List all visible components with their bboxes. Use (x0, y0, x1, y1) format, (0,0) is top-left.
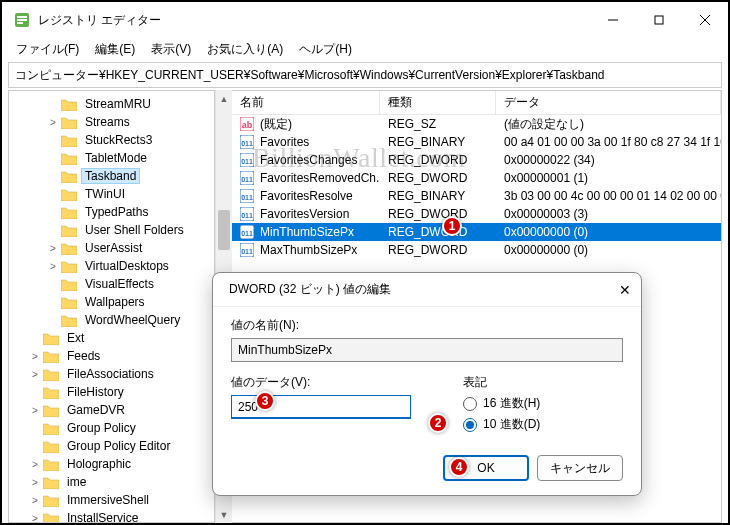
svg-rect-1 (17, 16, 27, 18)
value-row[interactable]: ab(既定)REG_SZ(値の設定なし) (232, 115, 721, 133)
dialog-titlebar: DWORD (32 ビット) 値の編集 ✕ (213, 273, 641, 307)
tree-item[interactable]: StreamMRU (9, 95, 214, 113)
radio-dec[interactable] (463, 418, 477, 432)
tree-item[interactable]: TWinUI (9, 185, 214, 203)
col-name[interactable]: 名前 (232, 90, 380, 115)
tree-item[interactable]: Ext (9, 329, 214, 347)
menu-help[interactable]: ヘルプ(H) (293, 39, 358, 60)
menu-view[interactable]: 表示(V) (145, 39, 197, 60)
dialog-title: DWORD (32 ビット) 値の編集 (229, 281, 391, 298)
tree-item[interactable]: >Feeds (9, 347, 214, 365)
radio-hex[interactable] (463, 397, 477, 411)
value-row[interactable]: 011MaxThumbSizePxREG_DWORD0x00000000 (0) (232, 241, 721, 259)
tree-item[interactable]: TabletMode (9, 149, 214, 167)
menu-file[interactable]: ファイル(F) (10, 39, 85, 60)
tree-item[interactable]: Group Policy (9, 419, 214, 437)
tree-item[interactable]: Group Policy Editor (9, 437, 214, 455)
tree-item[interactable]: >UserAssist (9, 239, 214, 257)
data-label: 値のデータ(V): (231, 374, 439, 391)
tree-item[interactable]: Taskband (9, 167, 214, 185)
tree-item[interactable]: >InstallService (9, 509, 214, 523)
close-button[interactable] (682, 2, 728, 38)
radio-hex-row[interactable]: 16 進数(H) (463, 395, 623, 412)
tree-view[interactable]: StreamMRU>StreamsStuckRects3TabletModeTa… (8, 90, 215, 523)
value-row[interactable]: 011FavoritesRemovedCh...REG_DWORD0x00000… (232, 169, 721, 187)
tree-item[interactable]: >VirtualDesktops (9, 257, 214, 275)
svg-text:011: 011 (241, 212, 253, 219)
svg-text:011: 011 (241, 140, 253, 147)
tree-item[interactable]: Wallpapers (9, 293, 214, 311)
callout-4: 4 (449, 457, 469, 477)
menubar: ファイル(F) 編集(E) 表示(V) お気に入り(A) ヘルプ(H) (2, 38, 728, 60)
tree-item[interactable]: TypedPaths (9, 203, 214, 221)
callout-2: 2 (428, 413, 448, 433)
radio-hex-label: 16 進数(H) (483, 395, 540, 412)
base-label: 表記 (463, 374, 623, 391)
col-type[interactable]: 種類 (380, 90, 496, 115)
svg-text:011: 011 (241, 230, 253, 237)
callout-1: 1 (442, 216, 462, 236)
value-row[interactable]: 011FavoritesVersionREG_DWORD0x00000003 (… (232, 205, 721, 223)
app-icon (14, 12, 30, 28)
address-bar[interactable]: コンピューター¥HKEY_CURRENT_USER¥Software¥Micro… (8, 62, 722, 88)
address-text: コンピューター¥HKEY_CURRENT_USER¥Software¥Micro… (15, 67, 605, 84)
name-label: 値の名前(N): (231, 317, 623, 334)
tree-item[interactable]: User Shell Folders (9, 221, 214, 239)
svg-text:011: 011 (241, 176, 253, 183)
column-headers: 名前 種類 データ (232, 91, 721, 115)
tree-item[interactable]: WordWheelQuery (9, 311, 214, 329)
value-row[interactable]: 011FavoritesResolveREG_BINARY3b 03 00 00… (232, 187, 721, 205)
svg-text:ab: ab (242, 120, 253, 130)
window-controls (590, 2, 728, 38)
dialog-close-button[interactable]: ✕ (619, 282, 631, 298)
svg-text:011: 011 (241, 194, 253, 201)
radio-dec-row[interactable]: 10 進数(D) (463, 416, 623, 433)
tree-item[interactable]: >Streams (9, 113, 214, 131)
tree-item[interactable]: >Holographic (9, 455, 214, 473)
svg-rect-2 (17, 19, 27, 21)
minimize-button[interactable] (590, 2, 636, 38)
col-data[interactable]: データ (496, 90, 721, 115)
menu-favorites[interactable]: お気に入り(A) (201, 39, 289, 60)
value-row[interactable]: 011FavoritesChangesREG_DWORD0x00000022 (… (232, 151, 721, 169)
edit-dword-dialog: DWORD (32 ビット) 値の編集 ✕ 値の名前(N): 値のデータ(V):… (212, 272, 642, 496)
name-input[interactable] (231, 338, 623, 362)
tree-item[interactable]: VisualEffects (9, 275, 214, 293)
scroll-down-icon[interactable]: ▼ (216, 506, 232, 523)
tree-item[interactable]: >GameDVR (9, 401, 214, 419)
maximize-button[interactable] (636, 2, 682, 38)
value-row[interactable]: 011FavoritesREG_BINARY00 a4 01 00 00 3a … (232, 133, 721, 151)
tree-item[interactable]: >FileAssociations (9, 365, 214, 383)
value-rows: ab(既定)REG_SZ(値の設定なし)011FavoritesREG_BINA… (232, 115, 721, 259)
tree-item[interactable]: >ImmersiveShell (9, 491, 214, 509)
tree-item[interactable]: FileHistory (9, 383, 214, 401)
window-title-area: レジストリ エディター (14, 12, 161, 29)
scroll-up-icon[interactable]: ▲ (216, 90, 232, 107)
window-title: レジストリ エディター (38, 12, 161, 29)
menu-edit[interactable]: 編集(E) (89, 39, 141, 60)
tree-item[interactable]: StuckRects3 (9, 131, 214, 149)
titlebar: レジストリ エディター (2, 2, 728, 38)
svg-text:011: 011 (241, 158, 253, 165)
scroll-thumb[interactable] (218, 210, 230, 250)
value-row[interactable]: 011MinThumbSizePxREG_DWORD0x00000000 (0) (232, 223, 721, 241)
svg-rect-3 (17, 22, 23, 24)
svg-rect-5 (655, 16, 663, 24)
svg-text:011: 011 (241, 248, 253, 255)
radio-dec-label: 10 進数(D) (483, 416, 540, 433)
callout-3: 3 (255, 391, 275, 411)
cancel-button[interactable]: キャンセル (537, 455, 623, 481)
tree-item[interactable]: >ime (9, 473, 214, 491)
